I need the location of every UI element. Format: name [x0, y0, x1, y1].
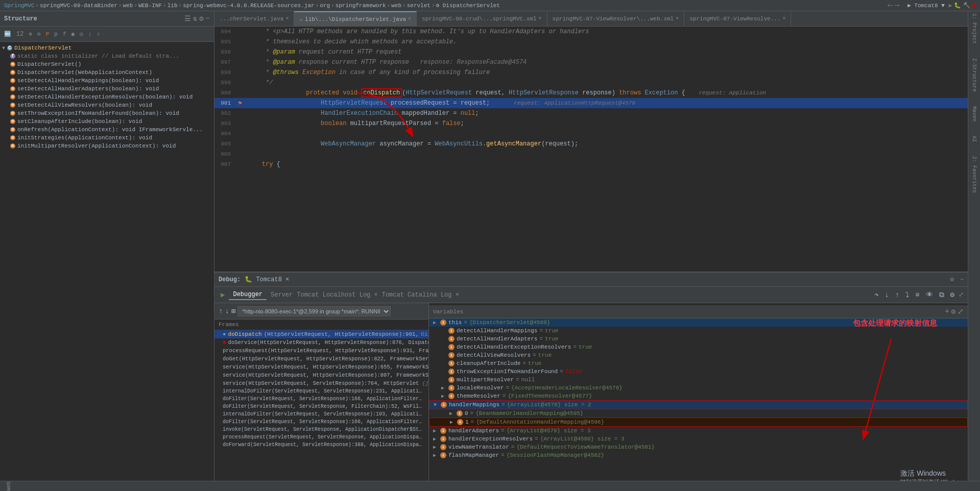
frame-service2[interactable]: service(HttpServletRequest, HttpServletR… [214, 371, 428, 379]
var-this[interactable]: ▶ i this = {DispatcherServlet@4569} [429, 318, 968, 327]
tree-method-setdetect3[interactable]: m setDetectAllHandlerExceptionResolvers(… [0, 93, 214, 101]
breadcrumb-springmvc[interactable]: SpringMVC [4, 3, 34, 9]
var-handleradapters[interactable]: ▶ i handlerAdapters = {ArrayList@4579} s… [429, 427, 968, 435]
nav-forward-icon[interactable]: → [895, 1, 900, 10]
run-icon[interactable]: ▶ [949, 2, 952, 9]
frame-service3[interactable]: service(HttpServletRequest, ServletRespo… [214, 379, 428, 387]
sort-num-icon[interactable]: 12 [14, 30, 26, 39]
frame-dofilter2[interactable]: doFilter(ServletRequest, ServletResponse… [214, 403, 428, 410]
sort-icon[interactable]: ☰ [184, 14, 191, 23]
settings-gear-icon[interactable]: ⚙ [199, 14, 203, 23]
tomcat-localhost-tab[interactable]: Tomcat Localhost Log × [297, 291, 377, 299]
watch-icon[interactable]: 👁 [924, 290, 935, 300]
breadcrumb-lib[interactable]: lib [168, 3, 178, 9]
tab-cherservlet[interactable]: ...cherServlet.java × [214, 11, 294, 27]
frame-doforward[interactable]: doForward(ServletRequest, ServletRespons… [214, 441, 428, 449]
debug-minimize-icon[interactable]: − [960, 276, 964, 283]
var-flashmapmanager[interactable]: ▶ i flashMapManager = {SessionFlashMapMa… [429, 451, 968, 459]
frame-doservice[interactable]: ■ doService(HttpServletRequest, HttpServ… [214, 338, 428, 347]
filter-sort3-icon[interactable]: ↕ [86, 30, 94, 38]
tree-constructor1[interactable]: m DispatcherServlet() [0, 60, 214, 68]
frame-dofilter1[interactable]: doFilter(ServletRequest, ServletResponse… [214, 395, 428, 403]
tree-method-onrefresh[interactable]: m onRefresh(ApplicationContext): void IF… [0, 126, 214, 134]
build-icon[interactable]: 🔨 [963, 2, 970, 9]
tree-method-setcleanup[interactable]: m setCleanupAfterInclude(boolean): void [0, 117, 214, 126]
tab-webxml-close[interactable]: × [676, 16, 679, 21]
frame-dodispatch[interactable]: ● doDispatch(HttpServletRequest, HttpSer… [214, 330, 428, 338]
tree-root-dispatcher[interactable]: ▼ C DispatcherServlet [0, 44, 214, 52]
tab-viewresolver-close[interactable]: × [782, 16, 785, 21]
debug-run-icon[interactable]: 🐛 [954, 2, 961, 9]
var-mapping0[interactable]: ▶ i 0 = {BeanNameUrlHandlerMapping@4595} [429, 409, 968, 418]
settings2-icon[interactable]: ⚙ [948, 289, 957, 300]
var-detectviewresolvers[interactable]: i detectAllViewResolvers = true [429, 351, 968, 359]
breadcrumb-web2[interactable]: web [391, 3, 401, 9]
sort-alpha-icon[interactable]: 🔤 [2, 30, 13, 38]
tree-method-setdetect4[interactable]: m setDetectAllViewResolvers(boolean): vo… [0, 101, 214, 109]
bottom-web-label[interactable]: Web [6, 481, 12, 490]
step-out-icon[interactable]: ↑ [893, 290, 901, 300]
frame-down-icon[interactable]: ↓ [225, 307, 229, 315]
breadcrumb-webinf[interactable]: WEB-INF [138, 3, 162, 9]
breadcrumb-servlet[interactable]: servlet [407, 3, 431, 9]
var-detectadapters[interactable]: i detectAllHandlerAdapters = true [429, 335, 968, 343]
debug-settings-icon[interactable]: ⚙ [950, 276, 954, 283]
thread-select[interactable]: *http-nio-8080-exec-1*@2,599 in group *m… [237, 306, 391, 316]
tree-method-setdetect1[interactable]: m setDetectAllHandlerMappings(boolean): … [0, 77, 214, 85]
tree-static-init[interactable]: f static class initializer // Load defau… [0, 52, 214, 60]
breadcrumb-jar[interactable]: spring-webmvc-4.0.0.RELEASE-sources.jar [183, 3, 314, 9]
breadcrumb-org[interactable]: org [320, 3, 330, 9]
breadcrumb-springframework[interactable]: springframework [336, 3, 386, 9]
collapse-icon[interactable]: ⊖ [35, 30, 43, 38]
stop-icon[interactable]: ■ [972, 3, 976, 9]
sidebar-project-icon[interactable]: 1: Project [971, 13, 977, 44]
var-expand-all-icon[interactable]: ⤢ [958, 307, 964, 316]
frame-service1[interactable]: service(HttpServletRequest, HttpServletR… [214, 363, 428, 371]
evaluate-icon[interactable]: ≡ [913, 290, 921, 300]
var-settings-icon[interactable]: ⚙ [951, 307, 955, 316]
frame-filter-icon[interactable]: ⊞ [231, 307, 235, 315]
breadcrumb-web[interactable]: web [123, 3, 133, 9]
tree-method-setdetect2[interactable]: m setDetectAllHandlerAdapters(boolean): … [0, 85, 214, 93]
var-cleanup[interactable]: i cleanupAfterInclude = true [429, 359, 968, 367]
expand-icon[interactable]: ⊕ [27, 30, 34, 38]
sidebar-favorites-icon[interactable]: 2: Favorites [971, 156, 977, 193]
run-to-cursor-icon[interactable]: ⤵ [903, 290, 911, 300]
var-themeresolver[interactable]: ▶ i themeResolver = {FixedThemeResolver@… [429, 392, 968, 400]
sidebar-ai-icon[interactable]: AI [971, 136, 977, 142]
debug-resume-icon[interactable]: ▶ [219, 289, 227, 300]
var-viewnametranslator[interactable]: ▶ i viewNameTranslator = {DefaultRequest… [429, 443, 968, 451]
tab-springmvcxml-close[interactable]: × [539, 16, 542, 21]
sort2-icon[interactable]: ⇅ [193, 14, 197, 23]
frame-internalfilter2[interactable]: internalDoFilter(ServletRequest, Servlet… [214, 410, 428, 418]
frame-invoke[interactable]: invoke(ServletRequest, ServletResponse, … [214, 426, 428, 433]
step-into-icon[interactable]: ↓ [882, 290, 891, 300]
tree-method-initmultipart[interactable]: m initMultipartResolver(ApplicationConte… [0, 142, 214, 150]
var-throwex[interactable]: i throwExceptionIfNoHandlerFound = false [429, 367, 968, 376]
filter-public-icon[interactable]: P [44, 30, 52, 38]
minus-icon[interactable]: − [206, 14, 210, 23]
tomcat-catalina-tab[interactable]: Tomcat Catalina Log × [382, 291, 459, 299]
tree-constructor2[interactable]: m DispatcherServlet(WebApplicationContex… [0, 68, 214, 77]
step-over-icon[interactable]: ↷ [872, 289, 880, 300]
var-detectmappings[interactable]: i detectAllHandlerMappings = true [429, 327, 968, 335]
nav-back-icon[interactable]: ← [888, 1, 893, 10]
frames-icon[interactable]: ⧉ [937, 290, 946, 300]
tree-method-setthrow[interactable]: m setThrowExceptionIfNoHandlerFound(bool… [0, 109, 214, 117]
tab-dispatcherservlet[interactable]: ☕ lib\...\DispatcherServlet.java × [294, 11, 417, 27]
filter-field-icon[interactable]: f [61, 30, 68, 38]
var-localeresolver[interactable]: ▶ i localeResolver = {AcceptHeaderLocale… [429, 384, 968, 392]
breadcrumb-dispatcher[interactable]: ⚙ DispatcherServlet [436, 2, 500, 9]
filter-anon-icon[interactable]: ◉ [69, 30, 77, 38]
debug-tomcat-label[interactable]: 🐛 Tomcat8 × [245, 276, 289, 283]
sidebar-maven-icon[interactable]: Maven [971, 106, 977, 121]
tab-springmvcxml[interactable]: springMVC-08-crud\...springMVC.xml × [417, 11, 547, 27]
maximize-icon[interactable]: ⤢ [959, 291, 964, 299]
tab-cherservlet-close[interactable]: × [285, 16, 289, 21]
server-tab[interactable]: Server [271, 291, 293, 299]
breadcrumb-project[interactable]: springMVC-09-dataBinder [40, 3, 117, 9]
frame-internalfilter1[interactable]: internalDoFilter(ServletRequest, Servlet… [214, 387, 428, 395]
frame-up-icon[interactable]: ↑ [219, 307, 223, 315]
var-handlermappings[interactable]: ▼ i handlerMappings = {ArrayList@4578} s… [429, 400, 968, 409]
filter-more-icon[interactable]: ⇪ [94, 30, 102, 38]
